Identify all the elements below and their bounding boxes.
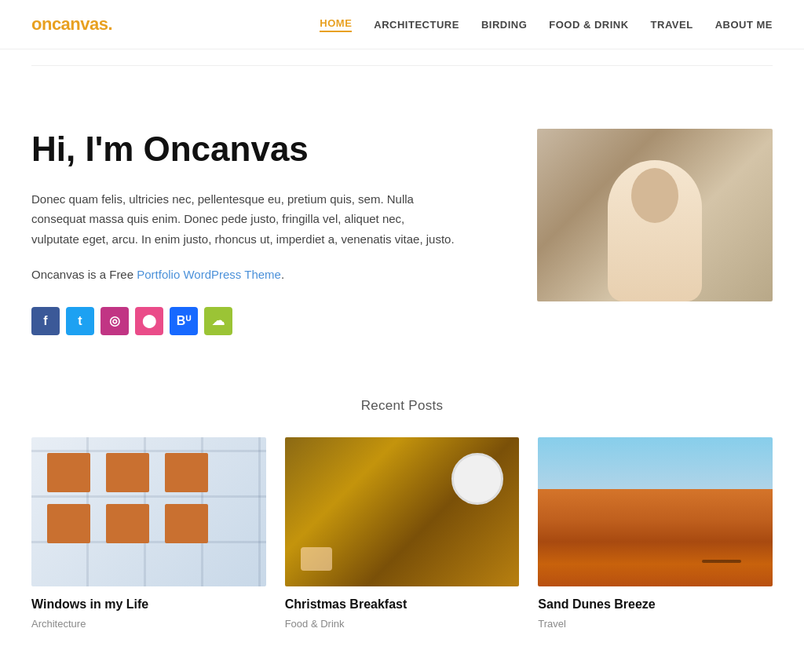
instagram-icon[interactable]: ◎ xyxy=(100,307,129,335)
dribbble-icon[interactable]: ⬤ xyxy=(135,307,163,335)
post-title-2: Christmas Breakfast xyxy=(285,597,520,612)
main-nav: HOMEARCHITECTUREBIRDINGFOOD & DRINKTRAVE… xyxy=(320,17,773,32)
post-card-3[interactable]: Sand Dunes BreezeTravel xyxy=(538,437,773,630)
post-title-1: Windows in my Life xyxy=(31,597,266,612)
tagline-link[interactable]: Portfolio WordPress Theme xyxy=(137,268,281,281)
site-logo[interactable]: oncanvas. xyxy=(31,14,112,35)
post-category-3[interactable]: Travel xyxy=(538,618,566,630)
header-divider xyxy=(31,65,773,66)
tagline-suffix: . xyxy=(281,268,284,281)
nav-item-birding[interactable]: BIRDING xyxy=(481,19,527,31)
post-image-2 xyxy=(285,437,520,586)
logo-dot: . xyxy=(108,14,113,34)
post-card-2[interactable]: Christmas BreakfastFood & Drink xyxy=(285,437,520,630)
behance-icon[interactable]: Bᵁ xyxy=(170,307,198,335)
post-card-1[interactable]: Windows in my LifeArchitecture xyxy=(31,437,266,630)
recent-posts-title: Recent Posts xyxy=(31,398,773,414)
post-image-3 xyxy=(538,437,773,586)
nav-item-architecture[interactable]: ARCHITECTURE xyxy=(374,19,459,31)
posts-grid: Windows in my LifeArchitectureChristmas … xyxy=(31,437,773,630)
tagline-prefix: Oncanvas is a Free xyxy=(31,268,137,281)
hero-image xyxy=(537,129,773,301)
hero-heading: Hi, I'm Oncanvas xyxy=(31,129,455,170)
nav-item-travel[interactable]: TRAVEL xyxy=(651,19,693,31)
recent-posts-section: Recent Posts Windows in my LifeArchitect… xyxy=(0,367,804,670)
facebook-icon[interactable]: f xyxy=(31,307,60,335)
cloud-icon[interactable]: ☁ xyxy=(204,307,232,335)
post-title-3: Sand Dunes Breeze xyxy=(538,597,773,612)
social-icons-group: f t ◎ ⬤ Bᵁ ☁ xyxy=(31,307,455,335)
nav-item-food---drink[interactable]: FOOD & DRINK xyxy=(549,19,628,31)
logo-text: oncanvas xyxy=(31,14,108,34)
site-header: oncanvas. HOMEARCHITECTUREBIRDINGFOOD & … xyxy=(0,0,804,49)
twitter-icon[interactable]: t xyxy=(66,307,94,335)
post-image-1 xyxy=(31,437,266,586)
hero-image-placeholder xyxy=(537,129,773,301)
post-category-1[interactable]: Architecture xyxy=(31,618,86,630)
nav-item-about-me[interactable]: ABOUT ME xyxy=(715,19,773,31)
hero-section: Hi, I'm Oncanvas Donec quam felis, ultri… xyxy=(0,82,804,367)
hero-tagline: Oncanvas is a Free Portfolio WordPress T… xyxy=(31,265,455,285)
hero-text-block: Hi, I'm Oncanvas Donec quam felis, ultri… xyxy=(31,129,487,335)
hero-body: Donec quam felis, ultricies nec, pellent… xyxy=(31,189,455,250)
post-category-2[interactable]: Food & Drink xyxy=(285,618,345,630)
nav-item-home[interactable]: HOME xyxy=(320,17,352,32)
